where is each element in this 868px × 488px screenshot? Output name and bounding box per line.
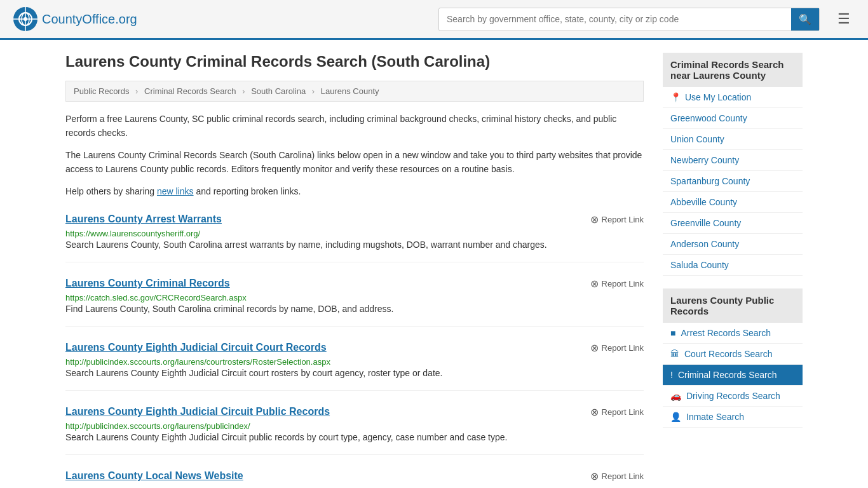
report-icon: ⊗ bbox=[590, 214, 599, 226]
breadcrumb-separator: › bbox=[135, 86, 138, 96]
use-my-location-link[interactable]: 📍 Use My Location bbox=[663, 87, 803, 108]
logo[interactable]: CountyOffice.org bbox=[13, 6, 137, 32]
nearby-county-item: Abbeville County bbox=[663, 192, 803, 213]
share-text: Help others by sharing new links and rep… bbox=[65, 184, 644, 198]
report-link-label: Report Link bbox=[602, 279, 644, 288]
logo-text: CountyOffice.org bbox=[42, 12, 137, 27]
results-list: Laurens County Arrest Warrants ⊗ Report … bbox=[65, 214, 644, 488]
search-input[interactable] bbox=[439, 9, 791, 29]
hamburger-icon: ☰ bbox=[837, 11, 850, 27]
public-records-label: Arrest Records Search bbox=[681, 328, 771, 338]
search-icon: 🔍 bbox=[799, 14, 811, 25]
result-header: Laurens County Arrest Warrants ⊗ Report … bbox=[65, 214, 644, 226]
result-desc: Search Laurens County, South Carolina ar… bbox=[65, 238, 644, 252]
breadcrumb-separator: › bbox=[312, 86, 315, 96]
nearby-county-item: Saluda County bbox=[663, 255, 803, 276]
use-my-location-label: Use My Location bbox=[685, 92, 751, 102]
page-title: Laurens County Criminal Records Search (… bbox=[65, 53, 644, 71]
report-link-label: Report Link bbox=[602, 471, 644, 481]
result-desc: Search Laurens County Eighth Judicial Ci… bbox=[65, 431, 644, 444]
result-title[interactable]: Laurens County Criminal Records bbox=[65, 278, 230, 289]
rec-icon: ! bbox=[670, 370, 673, 380]
report-link-label: Report Link bbox=[602, 407, 644, 417]
nearby-county-link[interactable]: Spartanburg County bbox=[663, 171, 803, 191]
nearby-section: Criminal Records Search near Laurens Cou… bbox=[663, 53, 803, 276]
report-icon: ⊗ bbox=[590, 278, 599, 290]
public-records-item: 🚗 Driving Records Search bbox=[663, 386, 803, 407]
menu-button[interactable]: ☰ bbox=[832, 8, 855, 30]
public-records-link[interactable]: 🏛 Court Records Search bbox=[663, 344, 803, 364]
report-link[interactable]: ⊗ Report Link bbox=[590, 470, 644, 482]
nearby-county-link[interactable]: Saluda County bbox=[663, 255, 803, 275]
nearby-county-link[interactable]: Newberry County bbox=[663, 150, 803, 170]
search-button[interactable]: 🔍 bbox=[791, 8, 819, 30]
public-records-label: Driving Records Search bbox=[686, 391, 780, 401]
breadcrumb: Public Records › Criminal Records Search… bbox=[65, 81, 644, 102]
result-header: Laurens County Local News Website ⊗ Repo… bbox=[65, 470, 644, 482]
public-records-link[interactable]: ! Criminal Records Search bbox=[663, 365, 803, 385]
result-title[interactable]: Laurens County Eighth Judicial Circuit C… bbox=[65, 342, 327, 353]
result-item: Laurens County Eighth Judicial Circuit C… bbox=[65, 342, 644, 391]
result-desc: Find Laurens County, South Carolina crim… bbox=[65, 302, 644, 316]
public-records-item: ! Criminal Records Search bbox=[663, 365, 803, 386]
public-records-header: Laurens County Public Records bbox=[663, 288, 803, 323]
breadcrumb-link-criminal-records-search[interactable]: Criminal Records Search bbox=[144, 86, 236, 96]
nearby-county-item: Greenville County bbox=[663, 213, 803, 234]
public-records-link[interactable]: 🚗 Driving Records Search bbox=[663, 386, 803, 406]
result-url[interactable]: http://publicindex.sccourts.org/laurens/… bbox=[65, 421, 250, 431]
report-link[interactable]: ⊗ Report Link bbox=[590, 214, 644, 226]
rec-icon: 🏛 bbox=[670, 349, 679, 359]
breadcrumb-separator: › bbox=[242, 86, 245, 96]
result-header: Laurens County Criminal Records ⊗ Report… bbox=[65, 278, 644, 290]
nearby-counties-list: Greenwood CountyUnion CountyNewberry Cou… bbox=[663, 108, 803, 276]
breadcrumb-link-south-carolina[interactable]: South Carolina bbox=[251, 86, 306, 96]
public-records-item: 🏛 Court Records Search bbox=[663, 344, 803, 365]
report-link-label: Report Link bbox=[602, 215, 644, 224]
breadcrumb-link-laurens-county[interactable]: Laurens County bbox=[321, 86, 379, 96]
content-area: Laurens County Criminal Records Search (… bbox=[65, 53, 644, 488]
header: CountyOffice.org 🔍 ☰ bbox=[0, 0, 868, 40]
location-icon: 📍 bbox=[670, 92, 681, 102]
nearby-county-link[interactable]: Greenville County bbox=[663, 213, 803, 233]
nearby-county-item: Anderson County bbox=[663, 234, 803, 255]
result-title[interactable]: Laurens County Eighth Judicial Circuit P… bbox=[65, 406, 330, 417]
result-title[interactable]: Laurens County Arrest Warrants bbox=[65, 214, 222, 225]
result-url[interactable]: http://publicindex.sccourts.org/laurens/… bbox=[65, 357, 330, 367]
intro-text-1: Perform a free Laurens County, SC public… bbox=[65, 112, 644, 140]
nearby-county-item: Spartanburg County bbox=[663, 171, 803, 192]
result-desc: Search Laurens County Eighth Judicial Ci… bbox=[65, 367, 644, 380]
report-link[interactable]: ⊗ Report Link bbox=[590, 406, 644, 418]
report-link[interactable]: ⊗ Report Link bbox=[590, 342, 644, 354]
nearby-county-item: Greenwood County bbox=[663, 108, 803, 129]
public-records-section: Laurens County Public Records ■ Arrest R… bbox=[663, 288, 803, 428]
result-item: Laurens County Arrest Warrants ⊗ Report … bbox=[65, 214, 644, 262]
rec-icon: 👤 bbox=[670, 412, 681, 422]
public-records-label: Criminal Records Search bbox=[678, 370, 777, 380]
nearby-county-link[interactable]: Union County bbox=[663, 129, 803, 149]
result-header: Laurens County Eighth Judicial Circuit C… bbox=[65, 342, 644, 354]
new-links-link[interactable]: new links bbox=[157, 186, 194, 196]
public-records-label: Inmate Search bbox=[686, 412, 744, 422]
report-link[interactable]: ⊗ Report Link bbox=[590, 278, 644, 290]
rec-icon: ■ bbox=[670, 328, 675, 338]
report-link-label: Report Link bbox=[602, 343, 644, 353]
nearby-county-link[interactable]: Abbeville County bbox=[663, 192, 803, 212]
result-url[interactable]: https://catch.sled.sc.gov/CRCRecordSearc… bbox=[65, 293, 247, 302]
report-icon: ⊗ bbox=[590, 342, 599, 354]
public-records-link[interactable]: ■ Arrest Records Search bbox=[663, 323, 803, 343]
nearby-county-item: Union County bbox=[663, 129, 803, 150]
intro-text-2: The Laurens County Criminal Records Sear… bbox=[65, 148, 644, 177]
public-records-label: Court Records Search bbox=[684, 349, 773, 359]
svg-point-5 bbox=[24, 17, 27, 21]
result-item: Laurens County Local News Website ⊗ Repo… bbox=[65, 470, 644, 488]
breadcrumb-link-public-records[interactable]: Public Records bbox=[74, 86, 129, 96]
public-records-item: 👤 Inmate Search bbox=[663, 407, 803, 428]
result-url[interactable]: https://www.laurenscountysheriff.org/ bbox=[65, 229, 200, 238]
result-title[interactable]: Laurens County Local News Website bbox=[65, 470, 243, 482]
result-item: Laurens County Eighth Judicial Circuit P… bbox=[65, 406, 644, 455]
nearby-county-link[interactable]: Anderson County bbox=[663, 234, 803, 254]
report-icon: ⊗ bbox=[590, 470, 599, 482]
nearby-county-link[interactable]: Greenwood County bbox=[663, 108, 803, 128]
logo-icon bbox=[13, 6, 38, 32]
public-records-link[interactable]: 👤 Inmate Search bbox=[663, 407, 803, 427]
